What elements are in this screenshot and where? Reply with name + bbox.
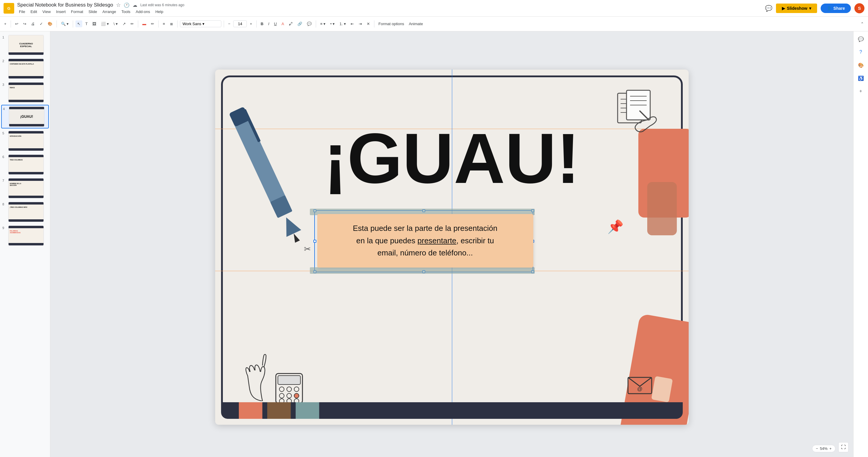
print-button[interactable]: 🖨 bbox=[29, 21, 37, 27]
add-slide-button[interactable]: + bbox=[2, 21, 8, 27]
font-color-button[interactable]: A bbox=[280, 21, 286, 27]
right-panel-theme-icon[interactable]: 🎨 bbox=[857, 61, 865, 69]
top-bar: G Special Notebook for Business by Slide… bbox=[0, 0, 868, 17]
slide-thumb-1[interactable]: 1 CUADERNOESPECIAL bbox=[1, 34, 49, 56]
zoom-control[interactable]: − 54% + bbox=[812, 445, 835, 452]
font-size-input[interactable]: 14 bbox=[235, 22, 245, 26]
slide-thumb-2[interactable]: 2 CONTENIDO DE ESTA PLANTILLA bbox=[1, 57, 49, 80]
bullet-list-button[interactable]: • ▾ bbox=[329, 21, 337, 27]
menu-insert[interactable]: Insert bbox=[54, 9, 67, 14]
flag-teal bbox=[296, 402, 319, 419]
slide-thumb-4[interactable]: 4 ¡GUAU! bbox=[1, 105, 49, 128]
clear-format-button[interactable]: ✕ bbox=[365, 21, 372, 27]
user-avatar[interactable]: S bbox=[855, 3, 864, 13]
font-name: Work Sans bbox=[183, 22, 201, 26]
arrow-tool[interactable]: ↗ bbox=[121, 21, 128, 27]
share-button[interactable]: 👤 Share bbox=[820, 4, 851, 13]
comment-button[interactable]: 💬 bbox=[305, 21, 313, 27]
slide-thumb-5[interactable]: 5 INTRODUCCIÓN bbox=[1, 130, 49, 152]
italic-button[interactable]: I bbox=[266, 21, 271, 27]
increase-font-button[interactable]: + bbox=[248, 21, 254, 27]
slideshow-button[interactable]: ▶ Slideshow ▾ bbox=[776, 4, 817, 13]
slide-thumbnail-7: NOMBRE DE LASECCIÓN bbox=[8, 178, 44, 198]
svg-point-23 bbox=[279, 393, 284, 398]
align-right-button[interactable]: ≣ bbox=[168, 21, 175, 27]
slide-canvas[interactable]: ¡GUAU! bbox=[215, 69, 689, 425]
zoom-button[interactable]: 🔍 ▾ bbox=[59, 21, 71, 27]
menu-tools[interactable]: Tools bbox=[120, 9, 132, 14]
slide-thumbnail-6: TRES COLUMNAS bbox=[8, 154, 44, 175]
flag-peach bbox=[239, 402, 262, 419]
canvas-area: ¡GUAU! bbox=[50, 31, 853, 457]
dropdown-arrow: ▾ bbox=[809, 6, 811, 11]
star-icon[interactable]: ☆ bbox=[116, 2, 121, 8]
link-button[interactable]: 🔗 bbox=[296, 21, 304, 27]
slide-thumb-6[interactable]: 6 TRES COLUMNAS bbox=[1, 153, 49, 176]
animate-button[interactable]: Animate bbox=[407, 21, 425, 27]
slide-thumbnail-2: CONTENIDO DE ESTA PLANTILLA bbox=[8, 59, 44, 79]
right-panel-expand-icon[interactable]: + bbox=[857, 87, 865, 95]
line-tool[interactable]: \ ▾ bbox=[112, 21, 120, 27]
toolbar-separator-7 bbox=[224, 21, 224, 28]
spellcheck-button[interactable]: ✓ bbox=[38, 21, 45, 27]
numbered-list-button[interactable]: 1. ▾ bbox=[338, 21, 347, 27]
menu-arrange[interactable]: Arrange bbox=[101, 9, 118, 14]
menu-file[interactable]: File bbox=[17, 9, 27, 14]
toolbar-separator-3 bbox=[73, 21, 73, 28]
zoom-out-icon[interactable]: − bbox=[816, 446, 818, 451]
text-align-button[interactable]: ≡ ▾ bbox=[318, 21, 327, 27]
format-options-button[interactable]: Format options bbox=[377, 21, 406, 27]
image-tool[interactable]: 🖼 bbox=[91, 21, 98, 27]
underline-button[interactable]: U bbox=[272, 21, 278, 27]
right-panel-comment-icon[interactable]: 💬 bbox=[857, 35, 865, 43]
slide-thumb-8[interactable]: 8 ¡TRES COLUMNAS MÁS! bbox=[1, 201, 49, 223]
slide-thumb-9[interactable]: 9 PALABRASASOMBROSAS bbox=[1, 224, 49, 247]
menu-help[interactable]: Help bbox=[154, 9, 165, 14]
toolbar-separator-9 bbox=[316, 21, 316, 28]
slide-number-6: 6 bbox=[2, 155, 6, 159]
indent-less-button[interactable]: ⇤ bbox=[349, 21, 356, 27]
slide-panel: 1 CUADERNOESPECIAL 2 CONTENIDO DE ESTA P… bbox=[0, 31, 50, 457]
highlight-button[interactable]: 🖍 bbox=[287, 21, 294, 27]
text-tool[interactable]: T bbox=[84, 21, 89, 27]
redo-button[interactable]: ↪ bbox=[21, 21, 28, 27]
zoom-in-icon[interactable]: + bbox=[829, 446, 832, 451]
history-icon[interactable]: 🕐 bbox=[124, 2, 130, 8]
right-panel-help-icon[interactable]: ? bbox=[857, 48, 865, 56]
undo-button[interactable]: ↩ bbox=[13, 21, 20, 27]
toolbar-collapse[interactable]: ⌃ bbox=[859, 21, 866, 27]
menu-addons[interactable]: Add-ons bbox=[134, 9, 152, 14]
comment-icon[interactable]: 💬 bbox=[765, 5, 772, 12]
slide-thumb-3[interactable]: 3 ÍNDICE bbox=[1, 81, 49, 103]
calculator-illustration bbox=[274, 372, 304, 405]
slide-number-9: 9 bbox=[2, 226, 6, 230]
menu-format[interactable]: Format bbox=[69, 9, 85, 14]
indent-more-button[interactable]: ⇥ bbox=[357, 21, 364, 27]
right-panel-accessibility-icon[interactable]: ♿ bbox=[857, 74, 865, 82]
paint-button[interactable]: 🎨 bbox=[46, 21, 54, 27]
shape-tool[interactable]: ⬜ ▾ bbox=[99, 21, 111, 27]
slide-thumbnail-9: PALABRASASOMBROSAS bbox=[8, 225, 44, 246]
font-size-box: 14 bbox=[233, 21, 247, 27]
fill-color-button[interactable]: ▬ bbox=[141, 21, 148, 27]
decorative-hand-right bbox=[612, 87, 665, 140]
menu-slide[interactable]: Slide bbox=[87, 9, 99, 14]
bold-button[interactable]: B bbox=[259, 21, 265, 27]
slide-bottom-bar bbox=[221, 402, 683, 419]
sticky-note[interactable]: Esta puede ser la parte de la presentaci… bbox=[317, 214, 533, 268]
toolbar-separator-2 bbox=[57, 21, 57, 28]
envelope-illustration: @ bbox=[626, 371, 653, 398]
scribble-tool[interactable]: ✏ bbox=[129, 21, 135, 27]
menu-view[interactable]: View bbox=[40, 9, 52, 14]
select-tool[interactable]: ↖ bbox=[75, 21, 82, 27]
menu-edit[interactable]: Edit bbox=[29, 9, 39, 14]
cloud-icon[interactable]: ☁ bbox=[132, 2, 137, 8]
font-selector[interactable]: Work Sans ▾ bbox=[180, 21, 221, 27]
expand-button[interactable]: ⛶ bbox=[838, 442, 848, 452]
slide-thumb-7[interactable]: 7 NOMBRE DE LASECCIÓN bbox=[1, 177, 49, 200]
zoom-level: 54% bbox=[820, 446, 828, 451]
align-left-button[interactable]: ≡ bbox=[161, 21, 167, 27]
line-color-button[interactable]: ✏ bbox=[149, 21, 156, 27]
toolbar-separator-5 bbox=[158, 21, 159, 28]
decrease-font-button[interactable]: − bbox=[226, 21, 232, 27]
